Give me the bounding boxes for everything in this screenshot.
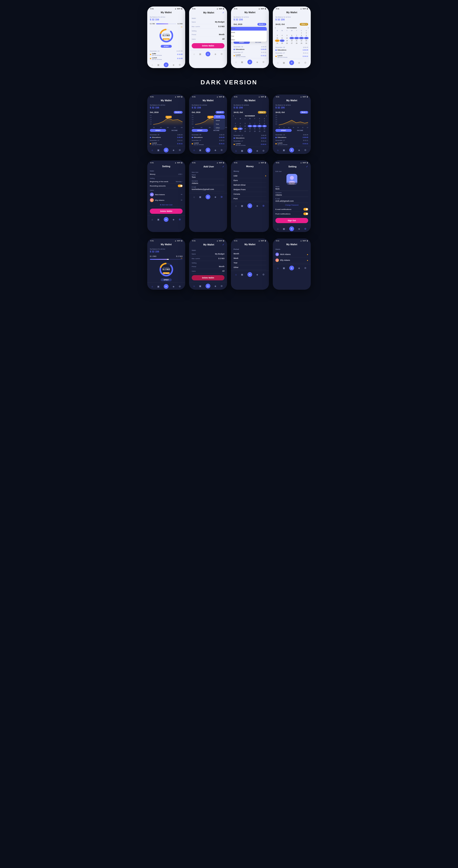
nav-home[interactable]: ⌂: [193, 53, 195, 55]
nav-plus[interactable]: +: [164, 217, 169, 222]
nav-gear[interactable]: ⚙: [263, 61, 265, 64]
nav-chart[interactable]: ◈: [256, 61, 258, 64]
add-user-row[interactable]: ⊕ Add new User: [150, 203, 183, 207]
tab-spent[interactable]: SPENT: [275, 129, 292, 132]
nav-wallet[interactable]: ▣: [157, 149, 159, 152]
delete-wallet-btn[interactable]: Delete Wallet: [192, 275, 224, 280]
currency-usd[interactable]: USD ●: [234, 174, 266, 178]
period-btn-week[interactable]: Week ▾: [300, 111, 308, 114]
field-users[interactable]: Users All: [192, 37, 224, 41]
tx-lunch[interactable]: LunchEat out of home $ 10.11: [275, 54, 308, 58]
tx-educations[interactable]: Educations $ 89.05: [234, 136, 266, 140]
cal-next[interactable]: ›: [266, 115, 267, 117]
nav-gear[interactable]: ⚙: [220, 195, 223, 198]
nav-gear[interactable]: ⚙: [220, 285, 223, 287]
nav-plus[interactable]: +: [206, 284, 210, 288]
edit-photo-label[interactable]: Edit photo: [286, 183, 297, 185]
nav-home[interactable]: ⌂: [277, 227, 279, 230]
setting-push-notif[interactable]: Push notifications: [275, 212, 308, 216]
user-elly-select[interactable]: E Elly Adams ●: [275, 257, 308, 263]
sign-out-btn[interactable]: Sign Out: [275, 218, 308, 223]
nav-chart[interactable]: ◈: [298, 267, 300, 270]
period-btn-other[interactable]: Other ▾: [300, 23, 308, 26]
nav-plus[interactable]: +: [164, 148, 169, 152]
pencil-nick[interactable]: ✏: [181, 193, 183, 195]
setting-email-notif[interactable]: E-mail notifications: [275, 207, 308, 212]
tx-educations[interactable]: Educations $ 89.05: [275, 136, 308, 139]
value-name[interactable]: Nick: [275, 188, 308, 191]
period-year[interactable]: Year: [234, 261, 266, 265]
period-other[interactable]: Other: [234, 265, 266, 270]
field-period[interactable]: Period Month: [192, 32, 224, 37]
nav-wallet[interactable]: ▣: [199, 53, 201, 56]
toggle-email[interactable]: [303, 208, 308, 211]
currency-punt[interactable]: Punt: [234, 196, 266, 201]
nav-plus[interactable]: +: [164, 62, 169, 67]
nav-chart[interactable]: ◈: [298, 227, 300, 230]
nav-plus[interactable]: +: [206, 194, 210, 199]
field-name[interactable]: Name My Budget: [192, 20, 224, 24]
nav-plus[interactable]: +: [164, 284, 169, 289]
tx-lunch[interactable]: LunchEat out of home $ 10.11: [275, 142, 308, 146]
nav-wallet[interactable]: ▣: [199, 195, 201, 198]
nav-gear[interactable]: ⚙: [179, 285, 181, 288]
nav-plus[interactable]: +: [289, 266, 294, 270]
nav-chart[interactable]: ◈: [214, 53, 216, 56]
currency-bahrain[interactable]: Bahrain Dinar: [234, 183, 266, 187]
nav-plus[interactable]: +: [206, 52, 210, 56]
nav-wallet[interactable]: ▣: [283, 227, 285, 230]
nav-chart[interactable]: ◈: [298, 149, 300, 152]
nav-plus[interactable]: +: [289, 226, 294, 231]
field-maxsum[interactable]: Max. sum/m $ 2 563: [192, 256, 224, 261]
pdo-other[interactable]: Other: [231, 38, 267, 42]
cal-prev[interactable]: ‹: [233, 115, 234, 117]
period-btn[interactable]: Month ▾: [216, 111, 224, 114]
setting-money[interactable]: Money USD›: [150, 173, 183, 176]
delete-wallet-btn[interactable]: Delete Wallet: [192, 43, 224, 49]
nav-home[interactable]: ⌂: [152, 149, 153, 151]
nav-plus[interactable]: +: [247, 60, 252, 64]
pdo-year[interactable]: Year: [231, 34, 267, 38]
nav-home[interactable]: ⌂: [152, 285, 153, 288]
tab-income[interactable]: INCOME: [166, 129, 183, 132]
nav-chart[interactable]: ◈: [256, 149, 258, 152]
nav-gear[interactable]: ⚙: [179, 64, 181, 66]
add-user-label[interactable]: ⊕ Add new User: [160, 204, 173, 206]
nav-wallet[interactable]: ▣: [157, 218, 159, 221]
tab-spent[interactable]: SPENT: [150, 129, 166, 132]
nav-home[interactable]: ⌂: [193, 195, 195, 198]
cal-next[interactable]: ›: [308, 27, 309, 29]
setting-week[interactable]: Beginning of the week Monday›: [150, 180, 183, 184]
period-btn[interactable]: Month ▾: [257, 23, 266, 26]
nav-gear[interactable]: ⚙: [263, 205, 265, 207]
pdo-other[interactable]: Other: [214, 126, 225, 130]
nav-plus[interactable]: +: [247, 204, 252, 208]
currency-belgian[interactable]: Belgian Franc: [234, 187, 266, 192]
nav-gear[interactable]: ⚙: [304, 227, 306, 230]
nav-home[interactable]: ⌂: [235, 273, 237, 276]
pdo-week[interactable]: Week: [231, 31, 267, 34]
nav-wallet[interactable]: ▣: [283, 267, 285, 270]
nav-chart[interactable]: ◈: [256, 205, 258, 207]
tx-educations[interactable]: Educations $ 89.05: [275, 49, 308, 52]
nav-home[interactable]: ⌂: [277, 149, 279, 151]
nav-gear[interactable]: ⚙: [220, 53, 223, 56]
nav-wallet[interactable]: ▣: [199, 285, 201, 287]
nav-gear[interactable]: ⚙: [263, 149, 265, 152]
user-nick[interactable]: N Nick Adams ✏: [150, 192, 183, 197]
nav-plus[interactable]: +: [289, 60, 294, 65]
nav-chart[interactable]: ◈: [173, 149, 174, 152]
nav-wallet[interactable]: ▣: [241, 273, 243, 276]
field-users[interactable]: Users All: [192, 269, 224, 273]
nav-gear[interactable]: ⚙: [179, 149, 181, 152]
nav-plus[interactable]: +: [289, 148, 294, 152]
header-check[interactable]: ✓: [222, 165, 224, 168]
nav-plus[interactable]: +: [247, 272, 252, 277]
nav-home[interactable]: ⌂: [277, 61, 279, 64]
tab-spent[interactable]: SPENT: [192, 129, 208, 132]
nav-chart[interactable]: ◈: [256, 273, 258, 276]
period-month[interactable]: Month: [234, 251, 266, 256]
tx-item-lunch[interactable]: LunchEat out of home $ 12.05: [150, 56, 183, 61]
tx-educations[interactable]: Educations $ 89.05: [150, 136, 183, 139]
nav-chart[interactable]: ◈: [214, 149, 216, 152]
